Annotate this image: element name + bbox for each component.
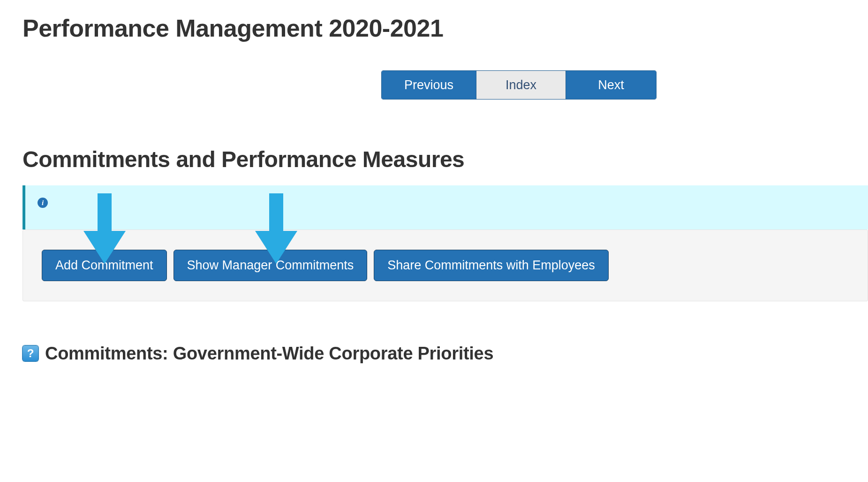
info-bar: i — [23, 185, 868, 230]
index-button[interactable]: Index — [476, 71, 566, 99]
section-title: Commitments and Performance Measures — [23, 146, 868, 172]
next-button[interactable]: Next — [566, 71, 656, 99]
commitment-buttons-panel: Add Commitment Show Manager Commitments … — [23, 230, 868, 301]
show-manager-commitments-button[interactable]: Show Manager Commitments — [174, 250, 368, 281]
help-icon[interactable]: ? — [23, 345, 38, 361]
info-icon: i — [38, 198, 48, 208]
pager: Previous Index Next — [381, 70, 657, 99]
add-commitment-button[interactable]: Add Commitment — [42, 250, 167, 281]
subsection-title: Commitments: Government-Wide Corporate P… — [45, 344, 493, 364]
share-commitments-button[interactable]: Share Commitments with Employees — [374, 250, 609, 281]
previous-button[interactable]: Previous — [382, 71, 476, 99]
page-title: Performance Management 2020-2021 — [23, 14, 868, 42]
subsection-header: ? Commitments: Government-Wide Corporate… — [23, 344, 868, 364]
pager-nav: Previous Index Next — [381, 70, 868, 99]
